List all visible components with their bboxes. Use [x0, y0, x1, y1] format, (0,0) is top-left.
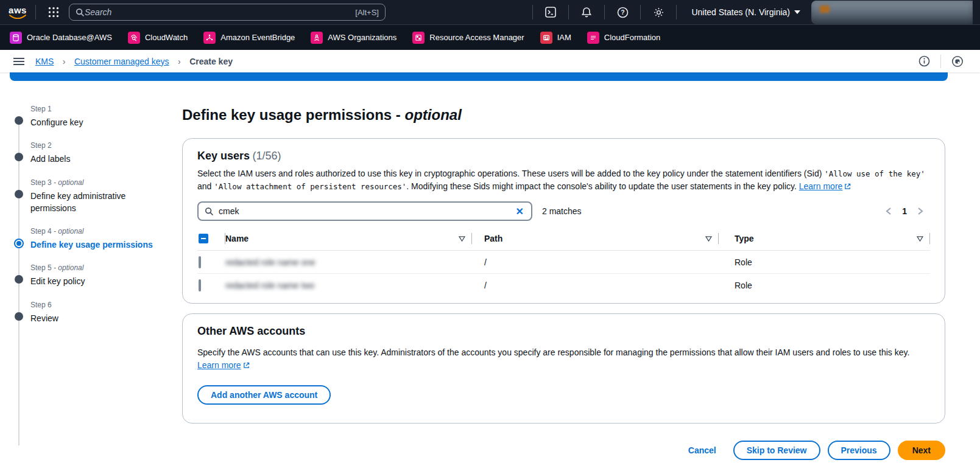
filter-icon[interactable] — [459, 236, 465, 242]
favorite-cloudwatch[interactable]: CloudWatch — [128, 32, 188, 44]
step-title[interactable]: Edit key policy — [30, 275, 182, 287]
region-selector[interactable]: United States (N. Virginia) — [683, 7, 809, 17]
oracle-database-icon — [10, 32, 22, 44]
favorite-eventbridge[interactable]: Amazon EventBridge — [203, 32, 295, 44]
divider — [604, 5, 605, 19]
row-checkbox[interactable] — [199, 279, 201, 291]
breadcrumb-separator-icon: › — [178, 57, 181, 66]
search-icon — [205, 207, 214, 216]
column-header-name[interactable]: Name — [225, 234, 249, 243]
aws-logo-text: aws — [9, 6, 27, 15]
key-users-search-input[interactable] — [219, 206, 510, 216]
amazon-q-assistant-icon[interactable] — [948, 52, 967, 71]
favorite-cloudformation[interactable]: CloudFormation — [587, 32, 661, 44]
match-count: 2 matches — [542, 206, 582, 216]
role-name-redacted[interactable]: redacted role name one — [225, 257, 316, 267]
skip-to-review-button[interactable]: Skip to Review — [733, 441, 820, 460]
select-all-checkbox[interactable] — [199, 234, 208, 243]
page-title: Define key usage permissions - optional — [182, 106, 945, 124]
table-header-row: Name Path Type — [197, 227, 930, 251]
step-label: Step 6 — [30, 301, 52, 309]
step-edit-key-policy[interactable]: Step 5 - optional Edit key policy — [15, 263, 182, 287]
chevron-down-icon — [794, 10, 800, 14]
hamburger-menu-icon[interactable] — [13, 57, 24, 66]
favorites-bar: Oracle Database@AWS CloudWatch Amazon Ev… — [0, 25, 980, 50]
step-title[interactable]: Configure key — [30, 116, 182, 128]
cloudformation-icon — [587, 32, 599, 44]
step-title[interactable]: Add labels — [30, 153, 182, 165]
services-grid-icon[interactable] — [48, 7, 59, 18]
account-menu-redacted[interactable] — [811, 1, 973, 24]
step-title[interactable]: Define key usage permissions — [30, 239, 182, 251]
global-search[interactable]: [Alt+S] — [69, 4, 386, 21]
favorite-iam[interactable]: IAM — [540, 32, 571, 44]
cloudshell-icon[interactable] — [539, 3, 562, 21]
add-another-aws-account-button[interactable]: Add another AWS account — [197, 385, 331, 405]
favorite-oracle-database[interactable]: Oracle Database@AWS — [10, 32, 112, 44]
breadcrumb-customer-managed-keys-link[interactable]: Customer managed keys — [74, 57, 169, 66]
iam-icon — [540, 32, 552, 44]
filter-icon[interactable] — [705, 236, 712, 242]
favorite-label: Resource Access Manager — [429, 33, 524, 42]
cloudwatch-icon — [128, 32, 140, 44]
step-dot-icon — [15, 312, 23, 321]
role-type: Role — [719, 251, 930, 274]
previous-page-icon[interactable] — [885, 207, 892, 215]
region-label: United States (N. Virginia) — [691, 7, 790, 17]
step-optional-suffix: - optional — [52, 178, 84, 187]
wizard-steps-nav: Step 1 Configure key Step 2 Add labels S… — [15, 103, 182, 460]
key-users-description: Select the IAM users and roles authorize… — [197, 167, 930, 193]
info-icon[interactable] — [915, 52, 933, 71]
step-dot-icon — [15, 153, 23, 161]
settings-gear-icon[interactable] — [647, 3, 670, 21]
key-users-learn-more-link[interactable]: Learn more — [799, 181, 851, 191]
role-path: / — [472, 251, 719, 274]
other-aws-accounts-title: Other AWS accounts — [197, 325, 930, 338]
step-review[interactable]: Step 6 Review — [15, 301, 182, 324]
pagination: 1 — [885, 206, 930, 216]
previous-button[interactable]: Previous — [828, 441, 890, 460]
topbar-actions: ? United States (N. Virginia) — [526, 1, 973, 24]
step-define-key-usage-permissions[interactable]: Step 4 - optional Define key usage permi… — [15, 227, 182, 251]
step-configure-key[interactable]: Step 1 Configure key — [15, 105, 182, 128]
external-link-icon — [243, 362, 250, 369]
step-label: Step 1 — [30, 105, 52, 113]
favorite-label: AWS Organizations — [328, 33, 397, 42]
wizard-main-column: Define key usage permissions - optional … — [182, 103, 945, 460]
breadcrumb-current-page: Create key — [189, 57, 233, 66]
other-accounts-learn-more-link[interactable]: Learn more — [197, 360, 250, 370]
row-checkbox[interactable] — [199, 256, 201, 268]
breadcrumb-kms-link[interactable]: KMS — [35, 57, 54, 66]
key-users-search-box[interactable]: ✕ — [197, 201, 532, 221]
global-search-input[interactable] — [85, 7, 355, 17]
column-header-type[interactable]: Type — [719, 234, 754, 243]
table-row: redacted role name one / Role — [197, 251, 930, 274]
page-number[interactable]: 1 — [902, 206, 907, 216]
clear-search-icon[interactable]: ✕ — [515, 206, 525, 217]
step-dot-icon — [15, 190, 23, 198]
next-button[interactable]: Next — [898, 441, 945, 460]
external-link-icon — [844, 183, 851, 190]
step-active-dot-icon — [14, 239, 24, 248]
favorite-resource-access-manager[interactable]: Resource Access Manager — [412, 32, 524, 44]
step-dot-icon — [15, 116, 23, 125]
breadcrumb: KMS › Customer managed keys › Create key — [35, 56, 233, 67]
favorite-organizations[interactable]: AWS Organizations — [311, 32, 397, 44]
role-name-redacted[interactable]: redacted role name two — [225, 281, 314, 290]
favorite-label: Oracle Database@AWS — [27, 33, 112, 42]
next-page-icon[interactable] — [917, 207, 924, 215]
notifications-bell-icon[interactable] — [575, 3, 598, 21]
step-title[interactable]: Review — [30, 312, 182, 324]
aws-smile-icon — [9, 15, 27, 19]
aws-logo[interactable]: aws — [9, 6, 27, 19]
step-add-labels[interactable]: Step 2 Add labels — [15, 141, 182, 165]
step-optional-suffix: - optional — [52, 227, 84, 236]
step-title[interactable]: Define key administrative permissions — [30, 190, 152, 215]
step-define-key-administrative-permissions[interactable]: Step 3 - optional Define key administrat… — [15, 178, 182, 215]
column-header-path[interactable]: Path — [472, 234, 502, 243]
step-label: Step 3 — [30, 178, 52, 187]
divider — [640, 5, 641, 19]
help-icon[interactable]: ? — [611, 3, 634, 21]
cancel-button[interactable]: Cancel — [688, 445, 716, 455]
filter-icon[interactable] — [917, 236, 923, 242]
